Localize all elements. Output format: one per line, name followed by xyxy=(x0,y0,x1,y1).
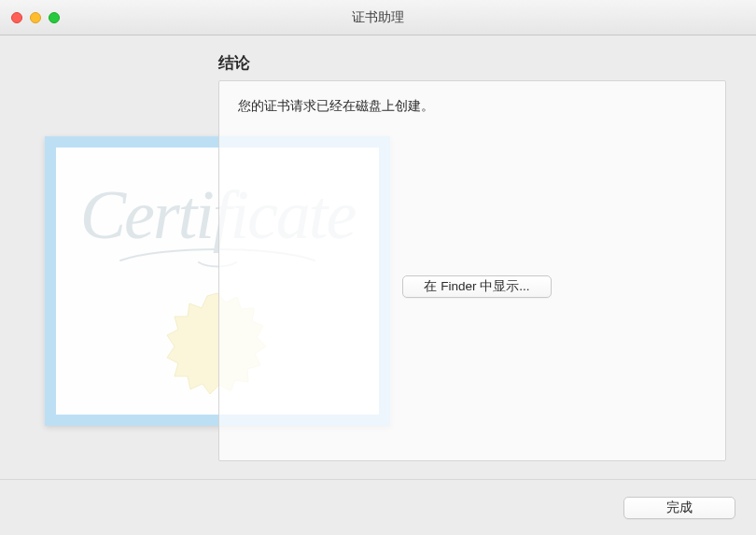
zoom-icon[interactable] xyxy=(49,12,60,23)
window-titlebar: 证书助理 xyxy=(0,0,756,35)
show-in-finder-button[interactable]: 在 Finder 中显示... xyxy=(402,275,552,298)
content-area: Certificate 结论 您的证书请求已经在磁盘上创建。 在 Finder … xyxy=(0,35,756,535)
window-title: 证书助理 xyxy=(0,9,756,26)
minimize-icon[interactable] xyxy=(30,12,41,23)
status-message: 您的证书请求已经在磁盘上创建。 xyxy=(238,98,434,115)
done-button[interactable]: 完成 xyxy=(623,497,735,519)
page-heading: 结论 xyxy=(218,52,250,74)
bottom-bar: 完成 xyxy=(0,479,756,535)
window-controls xyxy=(11,12,60,23)
close-icon[interactable] xyxy=(11,12,22,23)
main-panel: 您的证书请求已经在磁盘上创建。 在 Finder 中显示... xyxy=(218,80,726,461)
